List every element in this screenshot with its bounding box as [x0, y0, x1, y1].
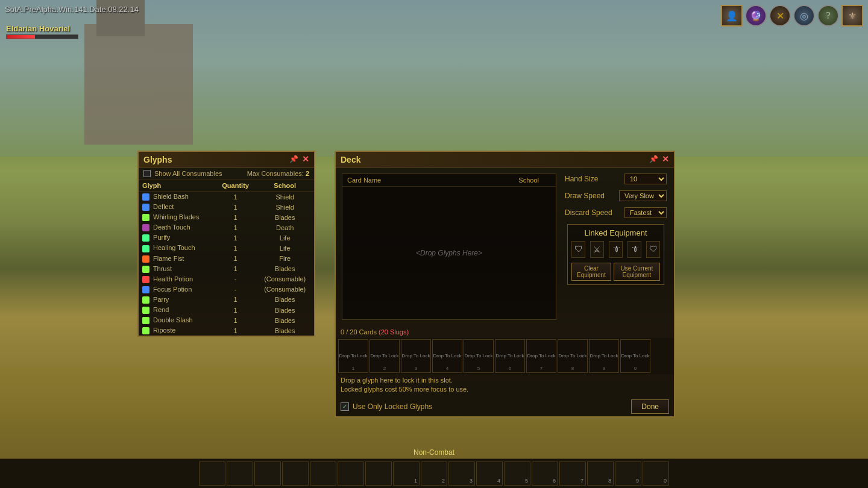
- glyph-name-cell: Focus Potion: [139, 284, 215, 295]
- glyph-qty-cell: -: [215, 284, 256, 295]
- lock-slot[interactable]: Drop To Lock 9: [589, 339, 619, 373]
- deck-pin-button[interactable]: 📌: [649, 155, 658, 164]
- glyph-name: Focus Potion: [153, 286, 192, 293]
- bottom-slot[interactable]: [338, 461, 364, 486]
- glyph-school-cell: Blades: [256, 305, 314, 315]
- deck-left-area: Card Name School <Drop Glyphs Here>: [338, 170, 560, 324]
- glyph-row[interactable]: Riposte 1 Blades: [139, 325, 314, 336]
- bottom-slot[interactable]: [282, 461, 309, 486]
- glyph-row[interactable]: Health Potion - (Consumable): [139, 274, 314, 284]
- bottom-slot-numbered[interactable]: 9: [615, 461, 641, 486]
- glyph-school-cell: Blades: [256, 325, 314, 336]
- glyph-icon: [142, 307, 149, 314]
- slot-number: 6: [553, 478, 556, 484]
- glyph-name: Healing Touch: [153, 244, 195, 251]
- bottom-slot-numbered[interactable]: 3: [448, 461, 475, 486]
- glyphs-pin-button[interactable]: 📌: [289, 155, 298, 164]
- drop-glyphs-placeholder: <Drop Glyphs Here>: [416, 249, 482, 257]
- lock-slot-text: Drop To Lock: [559, 353, 587, 359]
- bottom-slot[interactable]: [227, 461, 253, 486]
- done-button[interactable]: Done: [631, 399, 669, 414]
- combat-icon[interactable]: ✕: [769, 5, 791, 27]
- glyph-row[interactable]: Purify 1 Life: [139, 233, 314, 243]
- clear-equipment-button[interactable]: Clear Equipment: [571, 263, 611, 281]
- use-current-equipment-button[interactable]: Use Current Equipment: [614, 263, 660, 281]
- magic-icon[interactable]: 🔮: [745, 5, 767, 27]
- lock-slot[interactable]: Drop To Lock 1: [338, 339, 368, 373]
- map-icon[interactable]: ◎: [793, 5, 815, 27]
- draw-speed-select[interactable]: Very Slow Slow Normal Fast: [619, 190, 667, 201]
- glyph-row[interactable]: Parry 1 Blades: [139, 295, 314, 305]
- glyph-name-cell: Healing Touch: [139, 243, 215, 253]
- lock-slot[interactable]: Drop To Lock 3: [401, 339, 431, 373]
- glyph-row[interactable]: Focus Potion - (Consumable): [139, 284, 314, 295]
- use-locked-checkbox[interactable]: ✓: [341, 402, 349, 411]
- health-fill: [7, 35, 35, 39]
- max-consumables-value: 2: [306, 170, 309, 177]
- bottom-slot-numbered[interactable]: 2: [421, 461, 447, 486]
- col-school: School: [256, 180, 314, 192]
- extra-icon[interactable]: ⚜: [841, 5, 863, 27]
- lock-slot[interactable]: Drop To Lock 7: [526, 339, 556, 373]
- lock-slot[interactable]: Drop To Lock 4: [432, 339, 462, 373]
- discard-speed-select[interactable]: Fastest Fast Normal Slow: [624, 207, 667, 218]
- glyph-row[interactable]: Death Touch 1 Death: [139, 222, 314, 233]
- glyph-row[interactable]: Rend 1 Blades: [139, 305, 314, 315]
- lock-slot-text: Drop To Lock: [433, 353, 462, 359]
- glyph-icon: [142, 317, 149, 324]
- lock-slot[interactable]: Drop To Lock 2: [370, 339, 400, 373]
- glyph-icon: [142, 214, 149, 221]
- show-all-checkbox[interactable]: [143, 170, 151, 177]
- glyph-name: Parry: [153, 296, 169, 303]
- deck-close-button[interactable]: ✕: [662, 154, 669, 164]
- glyph-name-cell: Shield Bash: [139, 192, 215, 202]
- lock-slot[interactable]: Drop To Lock 0: [620, 339, 650, 373]
- slot-number: 3: [470, 478, 473, 484]
- player-name: Eldarian Hovariel: [6, 24, 70, 33]
- lock-slot[interactable]: Drop To Lock 5: [464, 339, 494, 373]
- bottom-slot[interactable]: [254, 461, 281, 486]
- bottom-slot-numbered[interactable]: 1: [393, 461, 420, 486]
- slot-number: 1: [414, 478, 417, 484]
- bottom-slot-numbered[interactable]: 6: [532, 461, 558, 486]
- glyph-row[interactable]: Deflect 1 Shield: [139, 202, 314, 212]
- lock-slot[interactable]: Drop To Lock 8: [558, 339, 588, 373]
- glyph-name: Rend: [153, 306, 169, 313]
- glyph-row[interactable]: Thrust 1 Blades: [139, 264, 314, 274]
- glyph-row[interactable]: Shield Bash 1 Shield: [139, 192, 314, 202]
- lock-slot-num: 5: [477, 366, 480, 371]
- glyphs-close-button[interactable]: ✕: [302, 154, 309, 164]
- glyph-icon: [142, 276, 149, 283]
- help-icon[interactable]: ?: [817, 5, 839, 27]
- slot-number: 4: [497, 478, 500, 484]
- card-drop-area[interactable]: <Drop Glyphs Here>: [342, 187, 556, 319]
- glyph-row[interactable]: Healing Touch 1 Life: [139, 243, 314, 253]
- character-portrait[interactable]: 👤: [721, 5, 743, 27]
- hand-size-row: Hand Size 10 5 7 15: [565, 174, 667, 184]
- lock-slot-text: Drop To Lock: [339, 353, 368, 359]
- lock-slot-text: Drop To Lock: [496, 353, 524, 359]
- bottom-slot[interactable]: [310, 461, 336, 486]
- col-quantity: Quantity: [215, 180, 256, 192]
- bottom-slot-numbered[interactable]: 4: [476, 461, 503, 486]
- bottom-slot-numbered[interactable]: 5: [504, 461, 530, 486]
- bottom-slot[interactable]: [365, 461, 392, 486]
- show-all-label: Show All Consumables: [154, 170, 222, 177]
- glyph-name: Shield Bash: [153, 193, 189, 200]
- hand-size-select[interactable]: 10 5 7 15: [624, 174, 667, 184]
- glyph-row[interactable]: Flame Fist 1 Fire: [139, 254, 314, 264]
- glyph-qty-cell: 1: [215, 212, 256, 222]
- bottom-slot-numbered[interactable]: 0: [643, 461, 669, 486]
- bottom-slot-numbered[interactable]: 7: [559, 461, 586, 486]
- glyphs-panel-controls: 📌 ✕: [289, 154, 309, 164]
- glyphs-panel-header: Glyphs 📌 ✕: [139, 152, 314, 167]
- glyph-row[interactable]: Double Slash 1 Blades: [139, 315, 314, 325]
- lock-slot-text: Drop To Lock: [465, 353, 493, 359]
- bottom-slot[interactable]: [199, 461, 225, 486]
- discard-speed-row: Discard Speed Fastest Fast Normal Slow: [565, 207, 667, 218]
- glyph-row[interactable]: Whirling Blades 1 Blades: [139, 212, 314, 222]
- glyph-school-cell: Blades: [256, 295, 314, 305]
- bottom-slot-numbered[interactable]: 8: [587, 461, 614, 486]
- lock-slot[interactable]: Drop To Lock 6: [495, 339, 525, 373]
- glyph-school-cell: (Consumable): [256, 284, 314, 295]
